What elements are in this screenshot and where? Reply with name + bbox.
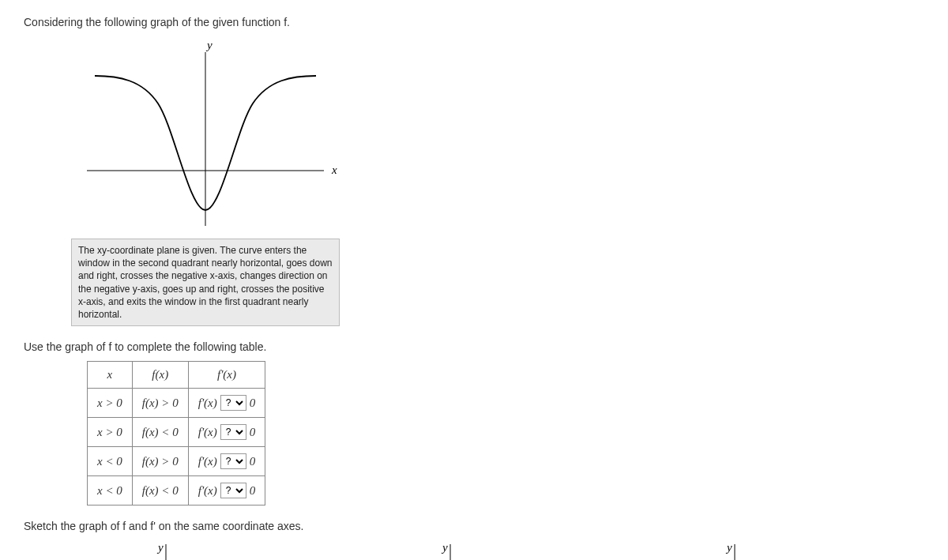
table-row: x > 0 f(x) > 0 f'(x) ? 0 [88, 389, 265, 418]
x-axis-label: x [331, 163, 337, 176]
intro-text: Considering the following graph of the g… [24, 16, 924, 28]
cell-x: x > 0 [88, 418, 133, 447]
cell-fx: f(x) < 0 [132, 418, 188, 447]
col-fx: f(x) [132, 362, 188, 389]
sign-select[interactable]: ? [220, 424, 246, 440]
table-instruction: Use the graph of f to complete the follo… [24, 340, 924, 353]
mini-y-label: y [156, 541, 164, 554]
mini-y-label: y [725, 541, 732, 554]
cell-fpx: f'(x) ? 0 [188, 418, 265, 447]
main-graph: y x [71, 36, 356, 242]
table-row: x > 0 f(x) < 0 f'(x) ? 0 [88, 418, 265, 447]
cell-x: x < 0 [88, 447, 133, 476]
sketch-option[interactable]: y f [40, 540, 292, 560]
cell-x: x > 0 [88, 389, 133, 418]
sign-select[interactable]: ? [220, 483, 246, 498]
cell-fx: f(x) > 0 [132, 447, 188, 476]
cell-fx: f(x) > 0 [132, 389, 188, 418]
sketch-option[interactable]: y [324, 540, 577, 560]
y-axis-label: y [205, 39, 213, 51]
cell-fpx: f'(x) ? 0 [188, 389, 265, 418]
fpx-prefix: f'(x) [198, 426, 217, 439]
zero: 0 [250, 397, 256, 410]
fpx-prefix: f'(x) [198, 397, 217, 410]
sketch-options: y f y y [40, 540, 924, 560]
zero: 0 [250, 455, 256, 468]
sign-select[interactable]: ? [220, 395, 246, 411]
cell-fpx: f'(x) ? 0 [188, 447, 265, 476]
col-x: x [88, 362, 133, 389]
col-fpx: f'(x) [188, 362, 265, 389]
zero: 0 [250, 426, 256, 439]
fpx-prefix: f'(x) [198, 455, 217, 468]
zero: 0 [250, 484, 256, 498]
fpx-prefix: f'(x) [198, 484, 217, 498]
graph-description: The xy-coordinate plane is given. The cu… [71, 239, 340, 326]
sign-select[interactable]: ? [220, 453, 246, 469]
answer-table: x f(x) f'(x) x > 0 f(x) > 0 f'(x) ? 0 x … [87, 361, 265, 506]
table-header-row: x f(x) f'(x) [88, 362, 265, 389]
mini-y-label: y [441, 541, 448, 554]
cell-x: x < 0 [88, 476, 133, 506]
cell-fx: f(x) < 0 [132, 476, 188, 506]
cell-fpx: f'(x) ? 0 [188, 476, 265, 506]
sketch-option[interactable]: y [608, 540, 861, 560]
table-row: x < 0 f(x) < 0 f'(x) ? 0 [88, 476, 265, 506]
table-row: x < 0 f(x) > 0 f'(x) ? 0 [88, 447, 265, 476]
sketch-instruction: Sketch the graph of f and f' on the same… [24, 520, 924, 532]
